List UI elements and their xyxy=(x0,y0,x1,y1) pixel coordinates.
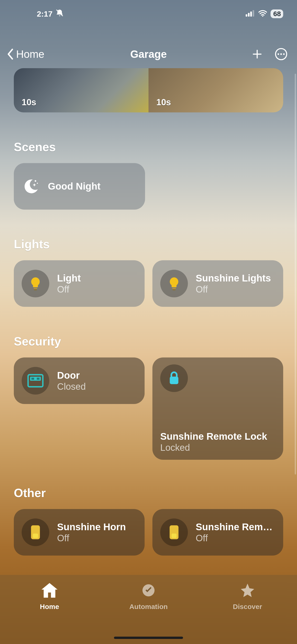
bulb-icon xyxy=(160,270,188,297)
svg-point-7 xyxy=(280,54,282,55)
camera-age: 10s xyxy=(156,98,171,107)
svg-rect-11 xyxy=(34,288,37,289)
svg-rect-12 xyxy=(34,289,37,290)
tab-label: Automation xyxy=(130,603,168,610)
svg-point-8 xyxy=(283,54,285,55)
svg-rect-3 xyxy=(252,10,254,16)
cellular-icon xyxy=(246,10,255,18)
tab-automation[interactable]: Automation xyxy=(99,582,198,610)
back-label: Home xyxy=(16,48,44,60)
tab-home[interactable]: Home xyxy=(0,582,99,610)
svg-rect-2 xyxy=(250,12,252,16)
tile-state: Off xyxy=(196,533,272,543)
svg-point-6 xyxy=(278,54,279,55)
scene-label: Good Night xyxy=(48,181,100,192)
content-scroll[interactable]: 10s 10s Scenes Good Night Lights Light O… xyxy=(0,68,297,575)
tile-title: Sunshine Lights xyxy=(196,273,271,284)
tile-title: Sunshine Rem… xyxy=(196,522,272,532)
tab-discover[interactable]: Discover xyxy=(198,582,297,610)
accessory-horn[interactable]: Sunshine Horn Off xyxy=(14,509,144,556)
svg-rect-0 xyxy=(246,14,247,16)
svg-rect-14 xyxy=(172,289,176,290)
wifi-icon xyxy=(258,10,267,18)
moon-icon xyxy=(22,177,40,196)
tab-label: Discover xyxy=(233,603,262,610)
tile-title: Sunshine Horn xyxy=(57,522,126,532)
scroll-indicator xyxy=(295,74,296,474)
accessory-lock[interactable]: Sunshine Remote Lock Locked xyxy=(152,358,283,460)
svg-rect-1 xyxy=(248,13,250,16)
accessory-light[interactable]: Light Off xyxy=(14,260,144,307)
camera-row: 10s 10s xyxy=(14,68,283,112)
svg-rect-19 xyxy=(170,376,178,384)
tile-state: Off xyxy=(57,284,81,294)
page-title: Garage xyxy=(130,48,167,60)
switch-icon xyxy=(22,518,49,546)
battery-indicator: 68 xyxy=(270,10,283,18)
nav-header: Home Garage xyxy=(0,42,297,67)
garage-door-icon xyxy=(22,367,49,394)
svg-rect-18 xyxy=(37,378,40,380)
tile-state: Closed xyxy=(57,382,86,392)
battery-percent: 68 xyxy=(273,10,281,18)
camera-tile[interactable]: 10s xyxy=(148,68,283,112)
automation-icon xyxy=(140,582,157,600)
back-button[interactable]: Home xyxy=(7,48,44,60)
accessory-sunshine-lights[interactable]: Sunshine Lights Off xyxy=(152,260,283,307)
tile-state: Off xyxy=(57,533,126,543)
status-bar: 2:17 68 xyxy=(0,0,297,28)
lock-icon xyxy=(160,364,188,392)
svg-point-9 xyxy=(35,180,36,182)
tile-state: Locked xyxy=(160,442,275,453)
star-icon xyxy=(239,582,256,600)
svg-rect-21 xyxy=(33,534,38,538)
section-heading-scenes: Scenes xyxy=(14,140,283,154)
svg-rect-13 xyxy=(172,288,176,289)
tile-state: Off xyxy=(196,284,271,294)
svg-point-4 xyxy=(262,16,263,16)
section-heading-security: Security xyxy=(14,334,283,348)
accessory-door[interactable]: Door Closed xyxy=(14,358,144,404)
svg-rect-23 xyxy=(172,534,176,538)
tab-label: Home xyxy=(40,603,59,610)
camera-tile[interactable]: 10s xyxy=(14,68,148,112)
accessory-remote[interactable]: Sunshine Rem… Off xyxy=(152,509,283,556)
section-heading-other: Other xyxy=(14,486,283,500)
status-time: 2:17 xyxy=(37,10,52,18)
silent-icon xyxy=(56,9,64,19)
bulb-icon xyxy=(22,270,49,297)
tab-bar: Home Automation Discover xyxy=(0,575,297,644)
camera-age: 10s xyxy=(22,98,36,107)
tile-title: Sunshine Remote Lock xyxy=(160,431,275,442)
tile-title: Door xyxy=(57,370,86,381)
tile-title: Light xyxy=(57,273,81,284)
more-button[interactable] xyxy=(274,48,288,61)
svg-rect-17 xyxy=(32,378,34,380)
switch-icon xyxy=(160,518,188,546)
svg-point-10 xyxy=(37,183,38,184)
home-icon xyxy=(41,582,58,600)
home-indicator xyxy=(114,637,183,639)
add-button[interactable] xyxy=(252,48,263,60)
section-heading-lights: Lights xyxy=(14,237,283,251)
scene-good-night[interactable]: Good Night xyxy=(14,163,145,210)
